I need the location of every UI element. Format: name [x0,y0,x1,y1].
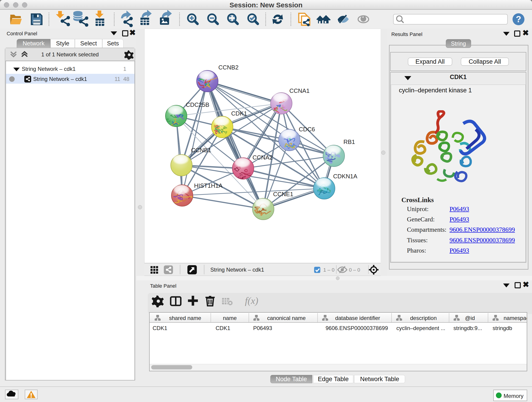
svg-text:shared name: shared name [169,315,201,321]
svg-text:CDK1: CDK1 [231,110,247,117]
svg-text:canonical name: canonical name [267,315,306,321]
svg-text:CCNB1: CCNB1 [191,147,211,153]
svg-text:1 – 0: 1 – 0 [323,267,335,273]
svg-text:f(x): f(x) [245,295,258,306]
svg-text:CDKN1A: CDKN1A [333,173,357,180]
svg-text:description: description [410,315,437,321]
svg-text:?: ? [516,14,521,24]
svg-text:CDC25B: CDC25B [186,101,209,108]
svg-text:CDC6: CDC6 [299,126,315,133]
svg-text:CCNA2: CCNA2 [253,154,273,161]
svg-text:namespac: namespac [504,315,527,321]
svg-text:CCNE1: CCNE1 [273,191,293,198]
svg-text:0 – 0: 0 – 0 [349,267,360,273]
svg-text:@id: @id [465,315,475,321]
svg-text:name: name [223,315,237,321]
svg-text:HIST1H1A: HIST1H1A [194,182,223,189]
svg-text:CCNA1: CCNA1 [289,87,310,94]
svg-text:RB1: RB1 [343,138,355,145]
svg-text:CCNB2: CCNB2 [218,64,239,71]
svg-text:String Network – cdk1: String Network – cdk1 [210,267,264,273]
svg-text:database identifier: database identifier [335,315,380,321]
